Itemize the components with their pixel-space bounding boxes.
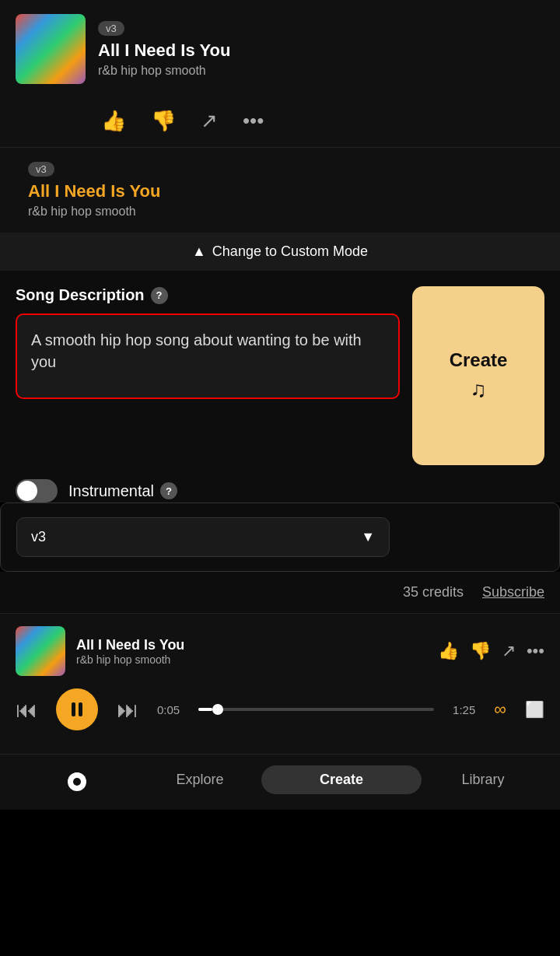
thumbs-down-icon[interactable]: 👎 <box>151 109 176 133</box>
version-value: v3 <box>31 529 46 545</box>
repeat-icon[interactable]: ⬜ <box>525 700 544 719</box>
total-time: 1:25 <box>453 703 475 716</box>
song-description-label: Song Description <box>16 286 145 304</box>
bottom-nav: Explore Create Library <box>0 754 560 810</box>
credits-text: 35 credits <box>403 584 464 601</box>
custom-left-panel: Song Description ? A smooth hip hop song… <box>16 286 400 399</box>
infinity-icon[interactable]: ∞ <box>494 699 506 720</box>
instrumental-label-text: Instrumental <box>68 482 154 500</box>
music-note-icon: ♫ <box>471 377 487 402</box>
svg-point-1 <box>73 778 81 786</box>
instrumental-row: Instrumental ? <box>0 465 560 503</box>
custom-mode-section: Song Description ? A smooth hip hop song… <box>0 271 560 465</box>
create-button[interactable]: Create ♫ <box>412 286 544 465</box>
player-album-art <box>16 626 65 676</box>
playback-controls: ⏮ ⏭ 0:05 1:25 ∞ ⬜ <box>16 688 544 730</box>
player-track-row: All I Need Is You r&b hip hop smooth 👍 👎… <box>16 626 544 676</box>
chevron-down-icon: ▼ <box>361 529 375 545</box>
version-dropdown-container: v3 ▼ <box>0 503 560 572</box>
subscribe-button[interactable]: Subscribe <box>482 584 544 601</box>
toggle-thumb <box>17 481 37 501</box>
instrumental-help-icon[interactable]: ? <box>160 482 177 499</box>
album-art-1 <box>16 14 86 84</box>
version-badge-2: v3 <box>28 162 54 177</box>
pause-button[interactable] <box>56 688 98 730</box>
nav-library[interactable]: Library <box>422 772 544 788</box>
player-more-icon[interactable]: ••• <box>527 641 544 661</box>
suno-logo-icon <box>63 766 91 794</box>
create-label: Create <box>450 349 508 371</box>
nav-create[interactable]: Create <box>261 765 422 794</box>
custom-mode-toggle[interactable]: ▲ Change to Custom Mode <box>0 233 560 271</box>
player-thumbs-down-icon[interactable]: 👎 <box>470 641 491 661</box>
version-badge-1: v3 <box>98 21 124 36</box>
player-thumbs-up-icon[interactable]: 👍 <box>438 641 459 661</box>
player-title: All I Need Is You <box>76 637 427 653</box>
share-icon[interactable]: ↗ <box>201 109 218 133</box>
song-title-1: All I Need Is You <box>98 40 544 61</box>
custom-mode-label: Change to Custom Mode <box>212 243 368 260</box>
progress-bar[interactable] <box>198 708 434 711</box>
skip-back-button[interactable]: ⏮ <box>16 697 37 723</box>
song-info-2: v3 All I Need Is You r&b hip hop smooth <box>28 162 160 219</box>
version-dropdown[interactable]: v3 ▼ <box>16 517 390 557</box>
library-label: Library <box>461 772 504 788</box>
player-actions: 👍 👎 ↗ ••• <box>438 641 544 661</box>
instrumental-label-container: Instrumental ? <box>68 482 177 500</box>
player-tags: r&b hip hop smooth <box>76 653 427 666</box>
song-description-text: A smooth hip hop song about wanting to b… <box>31 331 362 370</box>
current-time: 0:05 <box>157 703 180 716</box>
song-tags-1: r&b hip hop smooth <box>98 64 544 78</box>
song-info-1: v3 All I Need Is You r&b hip hop smooth <box>98 21 544 78</box>
action-row-1: 👍 👎 ↗ ••• <box>0 98 560 147</box>
pause-icon <box>72 702 82 716</box>
nav-logo[interactable] <box>16 766 138 794</box>
credits-row: 35 credits Subscribe <box>0 572 560 613</box>
nav-explore[interactable]: Explore <box>138 772 261 788</box>
song-title-2: All I Need Is You <box>28 181 160 201</box>
progress-thumb <box>212 704 223 715</box>
create-nav-label: Create <box>320 772 363 788</box>
song-tags-2: r&b hip hop smooth <box>28 205 160 219</box>
player-info: All I Need Is You r&b hip hop smooth <box>76 637 427 666</box>
help-icon[interactable]: ? <box>151 287 168 304</box>
skip-forward-button[interactable]: ⏭ <box>117 697 138 723</box>
thumbs-up-icon[interactable]: 👍 <box>101 109 126 133</box>
instrumental-toggle[interactable] <box>16 479 58 503</box>
explore-label: Explore <box>176 772 223 788</box>
song-card-1: v3 All I Need Is You r&b hip hop smooth <box>0 0 560 98</box>
progress-fill <box>198 708 212 711</box>
more-icon[interactable]: ••• <box>243 109 264 133</box>
song-description-box[interactable]: A smooth hip hop song about wanting to b… <box>16 313 400 399</box>
chevron-up-icon: ▲ <box>192 243 206 260</box>
song-description-header: Song Description ? <box>16 286 400 304</box>
song-card-2: v3 All I Need Is You r&b hip hop smooth <box>0 148 560 233</box>
player-section: All I Need Is You r&b hip hop smooth 👍 👎… <box>0 613 560 754</box>
player-share-icon[interactable]: ↗ <box>502 641 516 661</box>
